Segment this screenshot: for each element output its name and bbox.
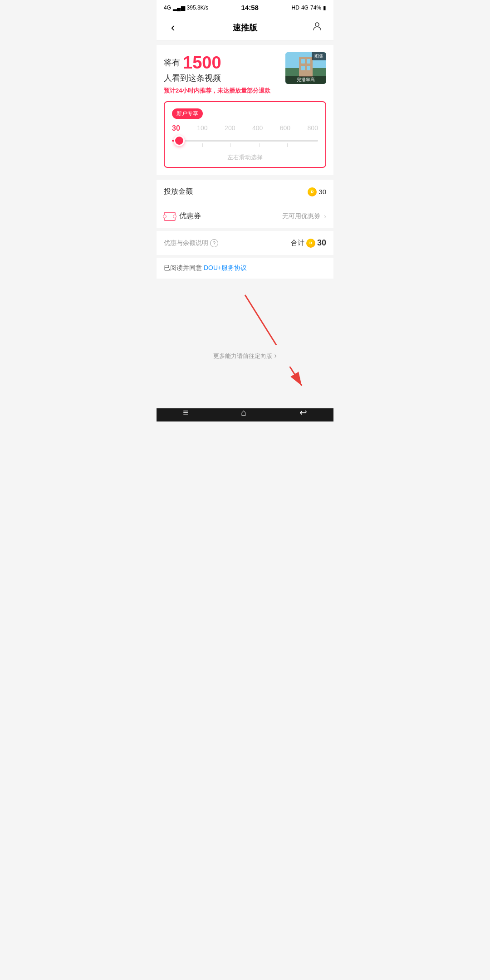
slider-label-5: 800 — [308, 124, 318, 132]
slider-thumb[interactable] — [174, 135, 185, 146]
video-thumbnail[interactable]: 图集 完播率高 — [285, 52, 326, 84]
more-link-text: 更多能力请前往定向版 — [213, 353, 272, 359]
speed-text: 395.3K/s — [187, 5, 208, 11]
coin-icon-total: D — [306, 239, 315, 248]
amount-label: 投放金额 — [164, 187, 193, 196]
time-display: 14:58 — [241, 4, 259, 11]
divider-1 — [202, 143, 203, 147]
nav-menu-icon[interactable]: ≡ — [183, 407, 188, 418]
nav-back-icon[interactable]: ↩ — [299, 407, 307, 418]
svg-rect-5 — [307, 59, 310, 64]
svg-rect-4 — [301, 59, 305, 64]
slider-label-1: 100 — [197, 124, 207, 132]
summary-label-text: 优惠与余额说明 — [164, 239, 208, 247]
promo-header: 将有 1500 人看到这条视频 图集 完播率高 — [164, 52, 326, 84]
amount-number: 30 — [318, 188, 326, 196]
slider-label-3: 400 — [252, 124, 263, 132]
divider-4 — [287, 143, 288, 147]
signal-bars: ▂▄▆ — [173, 5, 185, 11]
svg-rect-6 — [301, 66, 305, 70]
slider-dividers — [172, 143, 318, 147]
slider-label-0: 30 — [172, 124, 180, 132]
svg-rect-3 — [299, 57, 313, 77]
slider-track — [172, 140, 318, 142]
promo-prefix: 将有 — [164, 57, 180, 68]
slider-section: 新户专享 30 100 200 400 600 800 左右滑动选择 — [164, 101, 326, 168]
summary-label: 优惠与余额说明 ? — [164, 239, 218, 247]
page-title: 速推版 — [233, 22, 257, 33]
promo-text-block: 将有 1500 人看到这条视频 — [164, 53, 281, 83]
divider-2 — [230, 143, 231, 147]
coupon-icon — [164, 212, 176, 221]
divider-3 — [259, 143, 260, 147]
promo-subtitle: 预计24小时内推荐，未达播放量部分退款 — [164, 87, 326, 95]
amount-row: 投放金额 D 30 — [164, 180, 326, 204]
summary-row: 优惠与余额说明 ? 合计 D 30 — [164, 238, 326, 248]
total-value: 30 — [317, 238, 326, 248]
more-link-chevron: › — [274, 352, 277, 359]
help-icon[interactable]: ? — [210, 239, 218, 247]
hd-badge: HD — [292, 5, 299, 11]
divider-0 — [174, 143, 174, 147]
coupon-label-container: 优惠券 — [164, 211, 201, 221]
more-link-section[interactable]: 更多能力请前往定向版 › — [157, 345, 333, 367]
amount-value: D 30 — [308, 187, 326, 196]
coin-icon-amount: D — [308, 187, 317, 196]
svg-line-9 — [245, 295, 302, 386]
coupon-chevron: › — [324, 212, 326, 220]
back-button[interactable]: ‹ — [164, 20, 182, 34]
subtitle-suffix: 内推荐，未达播放量部分退款 — [194, 87, 270, 94]
promo-card: 将有 1500 人看到这条视频 图集 完播率高 预计24小时内推荐，未达播放量部… — [157, 45, 333, 175]
slider-label-4: 600 — [280, 124, 290, 132]
signal-icon: 4G — [301, 5, 309, 11]
status-right: HD 4G 74% ▮ — [292, 5, 326, 11]
info-section: 投放金额 D 30 优惠券 无可用优惠券 › — [157, 180, 333, 228]
status-left: 4G ▂▄▆ 395.3K/s — [164, 5, 208, 11]
slider-track-container[interactable] — [172, 140, 318, 147]
user-icon[interactable] — [308, 21, 326, 34]
svg-rect-7 — [307, 66, 310, 70]
coupon-row[interactable]: 优惠券 无可用优惠券 › — [164, 204, 326, 228]
battery-text: 74% — [310, 5, 321, 11]
agreement-prefix: 已阅读并同意 — [164, 264, 202, 271]
coupon-label: 优惠券 — [179, 211, 201, 221]
total-label: 合计 — [291, 239, 304, 247]
coupon-text: 无可用优惠券 — [282, 212, 320, 220]
subtitle-time: 24小时 — [176, 87, 194, 94]
summary-total: 合计 D 30 — [291, 238, 326, 248]
agreement-link[interactable]: DOU+服务协议 — [204, 264, 247, 271]
divider-5 — [316, 143, 316, 147]
thumbnail-badge-bottom: 完播率高 — [285, 76, 326, 84]
status-bar: 4G ▂▄▆ 395.3K/s 14:58 HD 4G 74% ▮ — [157, 0, 333, 15]
promo-suffix: 人看到这条视频 — [164, 73, 221, 83]
slider-hint: 左右滑动选择 — [172, 153, 318, 162]
header: ‹ 速推版 — [157, 15, 333, 40]
svg-point-0 — [315, 23, 319, 26]
slider-label-2: 200 — [225, 124, 235, 132]
thumbnail-badge-top: 图集 — [312, 52, 326, 60]
nav-home-icon[interactable]: ⌂ — [241, 407, 246, 418]
summary-section: 优惠与余额说明 ? 合计 D 30 — [157, 231, 333, 255]
coupon-value: 无可用优惠券 › — [282, 212, 326, 220]
new-user-badge: 新户专享 — [172, 108, 203, 119]
signal-text: 4G — [164, 5, 171, 11]
agreement-section: 已阅读并同意 DOU+服务协议 — [157, 258, 333, 279]
promo-number: 1500 — [183, 53, 221, 73]
subtitle-prefix: 预计 — [164, 87, 176, 94]
battery-icon: ▮ — [323, 5, 326, 11]
slider-labels: 30 100 200 400 600 800 — [172, 124, 318, 132]
